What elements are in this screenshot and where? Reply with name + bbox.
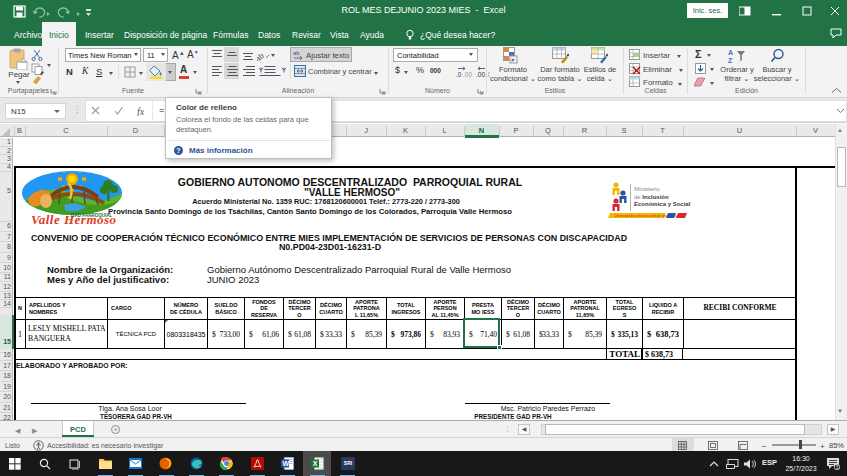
svg-text:de Inclusión: de Inclusión: [634, 194, 669, 200]
svg-text:.0: .0: [456, 71, 462, 78]
svg-text:ab: ab: [293, 50, 300, 56]
svg-text:Ministerio: Ministerio: [634, 186, 660, 192]
svg-text:.00: .00: [463, 71, 472, 78]
svg-text:W: W: [283, 460, 290, 467]
svg-text:A: A: [728, 49, 733, 56]
svg-text:ab: ab: [257, 51, 266, 61]
svg-text:Económica y Social: Económica y Social: [634, 201, 691, 207]
svg-text:Z: Z: [728, 57, 733, 63]
svg-text:X: X: [313, 460, 318, 467]
svg-text:fx: fx: [137, 106, 145, 116]
